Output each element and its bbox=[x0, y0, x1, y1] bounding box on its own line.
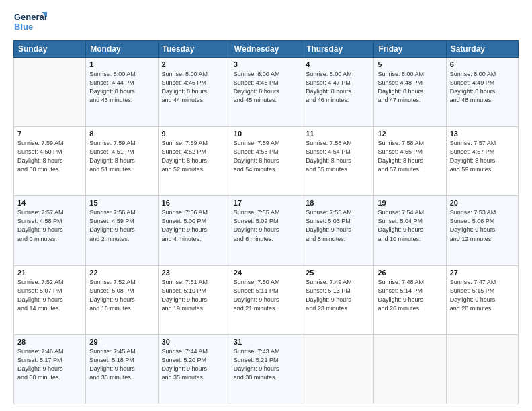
day-number: 9 bbox=[162, 130, 226, 138]
day-info: Sunrise: 7:57 AMSunset: 4:57 PMDaylight:… bbox=[450, 139, 515, 174]
day-number: 28 bbox=[17, 338, 82, 346]
header-day: Sunday bbox=[14, 41, 86, 58]
day-info: Sunrise: 7:49 AMSunset: 5:13 PMDaylight:… bbox=[306, 278, 370, 313]
calendar-cell: 16Sunrise: 7:56 AMSunset: 5:00 PMDayligh… bbox=[158, 196, 230, 265]
calendar-cell bbox=[302, 334, 374, 404]
calendar-cell: 3Sunrise: 8:00 AMSunset: 4:46 PMDaylight… bbox=[230, 58, 302, 127]
calendar-cell: 26Sunrise: 7:48 AMSunset: 5:14 PMDayligh… bbox=[374, 265, 446, 334]
calendar-cell: 20Sunrise: 7:53 AMSunset: 5:06 PMDayligh… bbox=[446, 196, 518, 265]
day-info: Sunrise: 7:48 AMSunset: 5:14 PMDaylight:… bbox=[378, 278, 442, 313]
day-number: 2 bbox=[162, 60, 226, 68]
calendar-week-row: 21Sunrise: 7:52 AMSunset: 5:07 PMDayligh… bbox=[14, 265, 519, 334]
header-row: SundayMondayTuesdayWednesdayThursdayFrid… bbox=[14, 41, 519, 58]
day-info: Sunrise: 8:00 AMSunset: 4:48 PMDaylight:… bbox=[378, 70, 442, 105]
page-header: General Blue bbox=[13, 11, 519, 35]
calendar-cell: 23Sunrise: 7:51 AMSunset: 5:10 PMDayligh… bbox=[158, 265, 230, 334]
calendar-cell: 9Sunrise: 7:59 AMSunset: 4:52 PMDaylight… bbox=[158, 127, 230, 196]
calendar-cell: 30Sunrise: 7:44 AMSunset: 5:20 PMDayligh… bbox=[158, 334, 230, 404]
day-info: Sunrise: 8:00 AMSunset: 4:45 PMDaylight:… bbox=[162, 70, 226, 105]
day-number: 6 bbox=[450, 60, 515, 68]
calendar-cell: 28Sunrise: 7:46 AMSunset: 5:17 PMDayligh… bbox=[14, 334, 86, 404]
day-info: Sunrise: 7:58 AMSunset: 4:55 PMDaylight:… bbox=[378, 139, 442, 174]
day-number: 13 bbox=[450, 130, 515, 138]
day-number: 1 bbox=[89, 60, 154, 68]
day-number: 20 bbox=[450, 199, 515, 207]
calendar-cell: 13Sunrise: 7:57 AMSunset: 4:57 PMDayligh… bbox=[446, 127, 518, 196]
day-info: Sunrise: 7:59 AMSunset: 4:53 PMDaylight:… bbox=[234, 139, 298, 174]
day-number: 27 bbox=[450, 269, 515, 277]
calendar-cell: 24Sunrise: 7:50 AMSunset: 5:11 PMDayligh… bbox=[230, 265, 302, 334]
day-info: Sunrise: 7:58 AMSunset: 4:54 PMDaylight:… bbox=[306, 139, 370, 174]
day-number: 22 bbox=[89, 269, 154, 277]
calendar-week-row: 1Sunrise: 8:00 AMSunset: 4:44 PMDaylight… bbox=[14, 58, 519, 127]
day-info: Sunrise: 7:46 AMSunset: 5:17 PMDaylight:… bbox=[17, 347, 82, 382]
calendar-cell: 29Sunrise: 7:45 AMSunset: 5:18 PMDayligh… bbox=[86, 334, 158, 404]
day-info: Sunrise: 8:00 AMSunset: 4:46 PMDaylight:… bbox=[234, 70, 298, 105]
day-info: Sunrise: 7:57 AMSunset: 4:58 PMDaylight:… bbox=[17, 208, 82, 243]
calendar-cell: 5Sunrise: 8:00 AMSunset: 4:48 PMDaylight… bbox=[374, 58, 446, 127]
day-number: 24 bbox=[234, 269, 298, 277]
day-info: Sunrise: 7:53 AMSunset: 5:06 PMDaylight:… bbox=[450, 208, 515, 243]
day-info: Sunrise: 7:52 AMSunset: 5:07 PMDaylight:… bbox=[17, 278, 82, 313]
calendar-cell: 2Sunrise: 8:00 AMSunset: 4:45 PMDaylight… bbox=[158, 58, 230, 127]
calendar-cell: 4Sunrise: 8:00 AMSunset: 4:47 PMDaylight… bbox=[302, 58, 374, 127]
day-info: Sunrise: 7:47 AMSunset: 5:15 PMDaylight:… bbox=[450, 278, 515, 313]
day-number: 8 bbox=[89, 130, 154, 138]
day-number: 17 bbox=[234, 199, 298, 207]
calendar-cell: 1Sunrise: 8:00 AMSunset: 4:44 PMDaylight… bbox=[86, 58, 158, 127]
logo: General Blue bbox=[13, 11, 47, 35]
calendar-week-row: 7Sunrise: 7:59 AMSunset: 4:50 PMDaylight… bbox=[14, 127, 519, 196]
day-info: Sunrise: 7:43 AMSunset: 5:21 PMDaylight:… bbox=[234, 347, 298, 382]
header-day: Tuesday bbox=[158, 41, 230, 58]
day-number: 25 bbox=[306, 269, 370, 277]
calendar-cell bbox=[14, 58, 86, 127]
day-number: 31 bbox=[234, 338, 298, 346]
calendar-cell: 17Sunrise: 7:55 AMSunset: 5:02 PMDayligh… bbox=[230, 196, 302, 265]
day-info: Sunrise: 7:44 AMSunset: 5:20 PMDaylight:… bbox=[162, 347, 226, 382]
day-info: Sunrise: 7:56 AMSunset: 5:00 PMDaylight:… bbox=[162, 208, 226, 243]
calendar-cell: 22Sunrise: 7:52 AMSunset: 5:08 PMDayligh… bbox=[86, 265, 158, 334]
header-day: Wednesday bbox=[230, 41, 302, 58]
day-number: 18 bbox=[306, 199, 370, 207]
day-info: Sunrise: 7:55 AMSunset: 5:02 PMDaylight:… bbox=[234, 208, 298, 243]
logo-svg: General Blue bbox=[13, 11, 47, 35]
calendar-week-row: 14Sunrise: 7:57 AMSunset: 4:58 PMDayligh… bbox=[14, 196, 519, 265]
calendar-cell: 19Sunrise: 7:54 AMSunset: 5:04 PMDayligh… bbox=[374, 196, 446, 265]
day-info: Sunrise: 7:59 AMSunset: 4:51 PMDaylight:… bbox=[89, 139, 154, 174]
day-number: 21 bbox=[17, 269, 82, 277]
calendar-cell: 11Sunrise: 7:58 AMSunset: 4:54 PMDayligh… bbox=[302, 127, 374, 196]
day-number: 30 bbox=[162, 338, 226, 346]
calendar-cell: 6Sunrise: 8:00 AMSunset: 4:49 PMDaylight… bbox=[446, 58, 518, 127]
calendar-cell: 14Sunrise: 7:57 AMSunset: 4:58 PMDayligh… bbox=[14, 196, 86, 265]
svg-text:Blue: Blue bbox=[14, 21, 33, 32]
calendar-cell: 27Sunrise: 7:47 AMSunset: 5:15 PMDayligh… bbox=[446, 265, 518, 334]
day-number: 29 bbox=[89, 338, 154, 346]
day-number: 11 bbox=[306, 130, 370, 138]
day-info: Sunrise: 8:00 AMSunset: 4:49 PMDaylight:… bbox=[450, 70, 515, 105]
header-day: Monday bbox=[86, 41, 158, 58]
calendar-cell bbox=[446, 334, 518, 404]
day-number: 16 bbox=[162, 199, 226, 207]
calendar-cell: 8Sunrise: 7:59 AMSunset: 4:51 PMDaylight… bbox=[86, 127, 158, 196]
day-info: Sunrise: 7:50 AMSunset: 5:11 PMDaylight:… bbox=[234, 278, 298, 313]
calendar-cell: 21Sunrise: 7:52 AMSunset: 5:07 PMDayligh… bbox=[14, 265, 86, 334]
calendar-cell: 7Sunrise: 7:59 AMSunset: 4:50 PMDaylight… bbox=[14, 127, 86, 196]
day-info: Sunrise: 8:00 AMSunset: 4:47 PMDaylight:… bbox=[306, 70, 370, 105]
day-info: Sunrise: 7:45 AMSunset: 5:18 PMDaylight:… bbox=[89, 347, 154, 382]
calendar-cell: 10Sunrise: 7:59 AMSunset: 4:53 PMDayligh… bbox=[230, 127, 302, 196]
day-number: 7 bbox=[17, 130, 82, 138]
header-day: Saturday bbox=[446, 41, 518, 58]
day-info: Sunrise: 7:59 AMSunset: 4:52 PMDaylight:… bbox=[162, 139, 226, 174]
day-info: Sunrise: 7:56 AMSunset: 4:59 PMDaylight:… bbox=[89, 208, 154, 243]
day-info: Sunrise: 7:51 AMSunset: 5:10 PMDaylight:… bbox=[162, 278, 226, 313]
day-number: 15 bbox=[89, 199, 154, 207]
calendar-cell: 25Sunrise: 7:49 AMSunset: 5:13 PMDayligh… bbox=[302, 265, 374, 334]
calendar-table: SundayMondayTuesdayWednesdayThursdayFrid… bbox=[13, 40, 519, 404]
day-number: 10 bbox=[234, 130, 298, 138]
day-info: Sunrise: 7:54 AMSunset: 5:04 PMDaylight:… bbox=[378, 208, 442, 243]
calendar-cell bbox=[374, 334, 446, 404]
calendar-cell: 15Sunrise: 7:56 AMSunset: 4:59 PMDayligh… bbox=[86, 196, 158, 265]
day-info: Sunrise: 7:55 AMSunset: 5:03 PMDaylight:… bbox=[306, 208, 370, 243]
day-number: 14 bbox=[17, 199, 82, 207]
day-info: Sunrise: 8:00 AMSunset: 4:44 PMDaylight:… bbox=[89, 70, 154, 105]
